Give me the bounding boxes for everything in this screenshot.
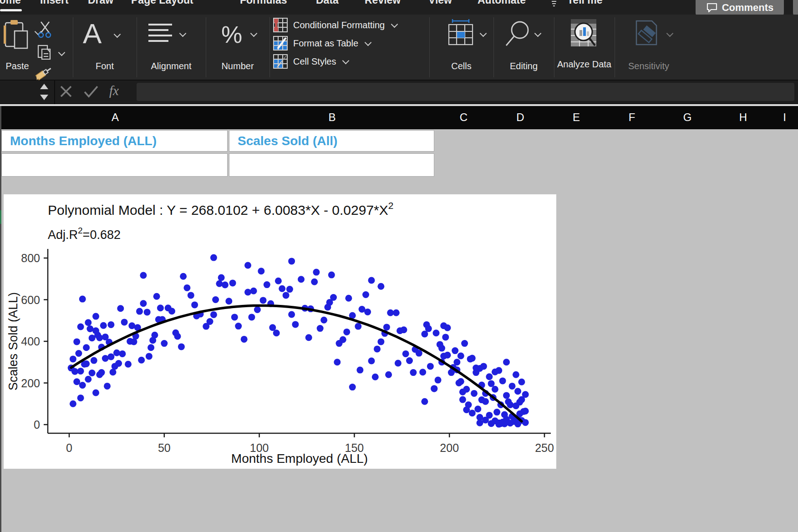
svg-text:0: 0 bbox=[34, 418, 40, 431]
scatter-points bbox=[68, 254, 529, 428]
x-axis-title: Months Employed (ALL) bbox=[231, 451, 368, 466]
format-as-table-chevron bbox=[365, 39, 372, 46]
analyze-data-label[interactable]: Analyze Data bbox=[555, 59, 613, 69]
partial-right-button[interactable] bbox=[793, 0, 798, 15]
column-header-G[interactable]: G bbox=[660, 106, 716, 129]
font-label[interactable]: Font bbox=[73, 61, 137, 71]
column-header-H[interactable]: H bbox=[715, 106, 772, 129]
editing-icon[interactable] bbox=[504, 20, 530, 47]
comments-button-label: Comments bbox=[722, 2, 774, 14]
number-label[interactable]: Number bbox=[206, 61, 269, 71]
column-header-I[interactable]: I bbox=[771, 106, 798, 129]
paste-label[interactable]: Paste bbox=[0, 61, 35, 71]
number-dropdown-chevron[interactable] bbox=[250, 30, 258, 37]
name-box-spinner[interactable] bbox=[39, 84, 49, 101]
svg-text:250: 250 bbox=[535, 441, 554, 454]
comments-button[interactable]: Comments bbox=[696, 0, 784, 15]
svg-text:400: 400 bbox=[21, 335, 40, 348]
excel-window: { "app": {"name": "Excel dark-mode works… bbox=[0, 0, 798, 532]
menu-item-tell-me[interactable]: Tell me bbox=[567, 0, 603, 6]
enter-checkmark-icon[interactable] bbox=[83, 85, 99, 98]
chart-subtitle: Adj.R2=0.682 bbox=[48, 226, 121, 242]
menu-item-home[interactable]: Home bbox=[0, 0, 21, 6]
tell-me-lightbulb-icon bbox=[550, 0, 558, 7]
alignment-icon[interactable] bbox=[148, 24, 175, 44]
format-as-table-label: Format as Table bbox=[293, 38, 358, 49]
analyze-data-icon[interactable] bbox=[570, 18, 599, 48]
format-as-table-button[interactable]: Format as Table bbox=[273, 35, 371, 51]
svg-text:0: 0 bbox=[66, 441, 72, 454]
format-painter-icon[interactable] bbox=[33, 64, 53, 82]
menu-bar: Comments HomeInsertDrawPage LayoutFormul… bbox=[0, 0, 798, 15]
cell-a2[interactable] bbox=[1, 153, 228, 177]
alignment-dropdown-chevron[interactable] bbox=[179, 30, 187, 37]
cut-icon[interactable] bbox=[37, 21, 56, 39]
conditional-formatting-icon bbox=[273, 18, 288, 32]
cell-styles-chevron bbox=[342, 57, 350, 65]
paste-icon[interactable] bbox=[3, 19, 31, 52]
conditional-formatting-label: Conditional Formatting bbox=[293, 20, 385, 30]
conditional-formatting-chevron bbox=[391, 21, 398, 28]
menu-item-review[interactable]: Review bbox=[365, 0, 401, 6]
cell-b2[interactable] bbox=[229, 153, 434, 177]
row-gutter-selection-mark bbox=[0, 210, 1, 224]
column-header-E[interactable]: E bbox=[549, 106, 605, 129]
formula-input[interactable] bbox=[137, 83, 794, 101]
editing-dropdown-chevron[interactable] bbox=[534, 30, 542, 37]
menu-item-page-layout[interactable]: Page Layout bbox=[131, 0, 193, 6]
column-header-row: ABCDEFGHI bbox=[0, 106, 798, 129]
scatter-plot: 0200400600800050100150200250Polynomial M… bbox=[4, 194, 556, 469]
menu-item-data[interactable]: Data bbox=[316, 0, 339, 6]
menu-item-insert[interactable]: Insert bbox=[40, 0, 69, 6]
embedded-chart[interactable]: 0200400600800050100150200250Polynomial M… bbox=[4, 194, 556, 469]
chart-title: Polynomial Model : Y = 268.0102 + 6.0083… bbox=[48, 200, 393, 218]
cells-label[interactable]: Cells bbox=[429, 61, 493, 71]
ribbon: Paste A Font Alignment % Number bbox=[0, 15, 798, 81]
ribbon-separator bbox=[269, 17, 270, 77]
font-dropdown-chevron[interactable] bbox=[114, 31, 121, 38]
column-header-A[interactable]: A bbox=[1, 106, 229, 129]
font-icon[interactable]: A bbox=[83, 17, 102, 50]
menu-item-automate[interactable]: Automate bbox=[478, 0, 526, 6]
cell-a1[interactable]: Months Employed (ALL) bbox=[1, 130, 228, 152]
fx-icon: fx bbox=[109, 83, 119, 98]
column-header-D[interactable]: D bbox=[492, 106, 549, 129]
cancel-icon[interactable] bbox=[59, 85, 73, 98]
menu-item-view[interactable]: View bbox=[428, 0, 452, 6]
cell-b1-text: Scales Sold (All) bbox=[238, 134, 337, 148]
column-header-C[interactable]: C bbox=[435, 106, 493, 129]
number-icon[interactable]: % bbox=[221, 21, 242, 48]
cells-icon[interactable] bbox=[448, 19, 474, 46]
copy-dropdown-chevron[interactable] bbox=[58, 49, 66, 56]
cell-styles-button[interactable]: Cell Styles bbox=[273, 54, 348, 69]
tick-labels: 0200400600800050100150200250 bbox=[21, 252, 554, 454]
comment-bubble-icon bbox=[706, 2, 718, 13]
cell-b1[interactable]: Scales Sold (All) bbox=[229, 130, 434, 152]
svg-text:800: 800 bbox=[21, 252, 40, 264]
ribbon-separator bbox=[554, 17, 554, 77]
svg-text:50: 50 bbox=[158, 441, 171, 454]
y-axis-title: Scales Sold (ALL) bbox=[6, 292, 20, 390]
cell-a1-text: Months Employed (ALL) bbox=[10, 134, 157, 148]
conditional-formatting-button[interactable]: Conditional Formatting bbox=[273, 17, 397, 33]
svg-text:200: 200 bbox=[440, 441, 459, 454]
name-box-divider bbox=[54, 80, 55, 104]
column-header-B[interactable]: B bbox=[229, 106, 436, 129]
active-tab-underline bbox=[0, 9, 22, 11]
sensitivity-icon[interactable] bbox=[634, 18, 663, 47]
cell-styles-label: Cell Styles bbox=[293, 56, 336, 67]
editing-label[interactable]: Editing bbox=[493, 61, 554, 71]
formula-bar: fx bbox=[0, 80, 798, 104]
cells-dropdown-chevron[interactable] bbox=[480, 30, 487, 37]
cell-styles-icon bbox=[273, 54, 288, 69]
menu-item-formulas[interactable]: Formulas bbox=[240, 0, 287, 6]
copy-icon[interactable] bbox=[36, 45, 55, 61]
alignment-label[interactable]: Alignment bbox=[137, 61, 206, 71]
format-as-table-icon bbox=[273, 36, 288, 51]
sensitivity-label: Sensitivity bbox=[615, 61, 683, 71]
menu-item-draw[interactable]: Draw bbox=[88, 0, 113, 6]
svg-text:600: 600 bbox=[21, 294, 40, 306]
sensitivity-dropdown-chevron bbox=[666, 30, 674, 37]
column-header-F[interactable]: F bbox=[604, 106, 660, 129]
svg-text:200: 200 bbox=[21, 377, 40, 390]
